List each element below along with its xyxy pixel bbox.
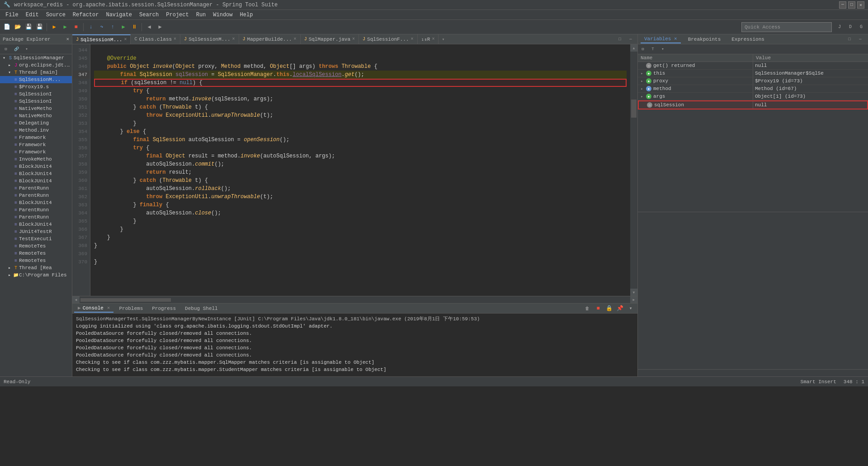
variables-tab[interactable]: Variables ×	[641, 35, 681, 43]
tree-item-frame-22[interactable]: ≡ TestExecuti	[0, 235, 72, 243]
expand-icon-get[interactable]	[640, 63, 644, 68]
tree-item-frame-17[interactable]: ≡ BlockJUnit4	[0, 199, 72, 206]
debug-shell-tab[interactable]: Debug Shell	[181, 305, 222, 312]
var-hscrollbar[interactable]	[638, 369, 868, 376]
toolbar-suspend[interactable]: ⏸	[129, 22, 139, 32]
tree-item-frame-5[interactable]: ≡ NativeMetho	[0, 112, 72, 119]
editor-minimize-btn[interactable]: —	[626, 34, 636, 44]
expressions-tab[interactable]: Expressions	[728, 36, 768, 43]
tree-item-frame-4[interactable]: ≡ NativeMetho	[0, 105, 72, 112]
var-row-proxy[interactable]: ▸ ● proxy $Proxy19 (id=73)	[638, 77, 868, 85]
menu-navigate[interactable]: Navigate	[102, 11, 136, 19]
toolbar-open[interactable]: 📂	[13, 22, 23, 32]
maximize-button[interactable]: □	[848, 1, 855, 9]
tree-item-frame-10[interactable]: ≡ Framework	[0, 148, 72, 156]
editor-tab-overflow[interactable]: ▾	[439, 34, 448, 44]
console-view-menu-btn[interactable]: ▾	[626, 304, 636, 314]
console-clear-btn[interactable]: 🗑	[582, 304, 592, 314]
tree-item-frame-1[interactable]: ≡ $Proxy19.s	[0, 83, 72, 90]
var-row-args[interactable]: ▸ ● args Object[1] (id=73)	[638, 93, 868, 100]
collapse-all-btn[interactable]: ⊟	[1, 44, 11, 54]
var-row-get-returned[interactable]: ○ get() returned null	[638, 62, 868, 70]
expand-icon-proxy[interactable]: ▸	[640, 79, 644, 83]
tab-close-2[interactable]: ×	[232, 37, 235, 42]
editor-tab-4[interactable]: J SqlMapper.java ×	[301, 34, 359, 44]
toolbar-save[interactable]: 💾	[24, 22, 33, 32]
tree-item-frame-23[interactable]: ≡ RemoteTes	[0, 243, 72, 250]
console-pin-btn[interactable]: 📌	[615, 304, 625, 314]
editor-tab-5[interactable]: J SqlSessionF... ×	[359, 34, 417, 44]
tree-item-thread-main[interactable]: ▾ T Thread [main]	[0, 69, 72, 76]
vars-view-menu[interactable]: ▾	[658, 44, 668, 54]
variables-panel-max[interactable]: □	[844, 34, 854, 44]
var-row-sqlsession[interactable]: ○ sqlSession null	[638, 100, 868, 109]
expand-icon-method[interactable]: ▸	[640, 86, 644, 91]
tree-item-frame-6[interactable]: ≡ Delegating	[0, 119, 72, 127]
tree-item-frame-13[interactable]: ≡ BlockJUnit4	[0, 170, 72, 177]
menu-file[interactable]: File	[2, 11, 22, 19]
var-row-this[interactable]: ▸ ● this SqlSessionManager$SqlSe	[638, 70, 868, 77]
scroll-track[interactable]	[631, 52, 637, 288]
scroll-left-arrow[interactable]: ◀	[72, 296, 80, 304]
editor-tab-6[interactable]: ₁₈R ×	[418, 34, 439, 44]
editor-tab-0[interactable]: J SqlSessionM... ×	[72, 34, 131, 44]
tree-item-program-files[interactable]: ▸ 📁 C:\Program Files	[0, 271, 72, 279]
code-content[interactable]: @Override public Object invoke(Object pr…	[90, 44, 630, 296]
tree-item-frame-0[interactable]: ≡ SqlSessionM...	[0, 76, 72, 83]
tab-close-4[interactable]: ×	[352, 37, 355, 42]
editor-tab-2[interactable]: J SqlSessionM... ×	[180, 34, 239, 44]
tree-item-frame-19[interactable]: ≡ ParentRunn	[0, 214, 72, 221]
menu-source[interactable]: Source	[42, 11, 69, 19]
code-scrollbar[interactable]: ▲ ▼	[630, 44, 637, 296]
editor-tab-3[interactable]: J MapperBuilde... ×	[239, 34, 301, 44]
tree-item-frame-7[interactable]: ≡ Method.inv	[0, 127, 72, 134]
tree-item-frame-11[interactable]: ≡ InvokeMetho	[0, 156, 72, 163]
menu-project[interactable]: Project	[162, 11, 192, 19]
link-with-editor-btn[interactable]: 🔗	[11, 44, 21, 54]
toolbar-stop[interactable]: ■	[71, 22, 81, 32]
expand-icon-sqlsession[interactable]	[641, 103, 645, 107]
scroll-thumb[interactable]	[631, 100, 637, 118]
tab-close-3[interactable]: ×	[294, 37, 297, 42]
expand-icon-this[interactable]: ▸	[640, 71, 644, 76]
tree-item-frame-25[interactable]: ≡ RemoteTes	[0, 257, 72, 264]
menu-edit[interactable]: Edit	[22, 11, 42, 19]
tree-item-frame-20[interactable]: ≡ BlockJUnit4	[0, 221, 72, 228]
toolbar-next[interactable]: ▶	[155, 22, 165, 32]
tree-item-frame-9[interactable]: ≡ Framework	[0, 141, 72, 148]
minimize-button[interactable]: ─	[839, 1, 846, 9]
close-button[interactable]: ✕	[857, 1, 864, 9]
expand-icon-args[interactable]: ▸	[640, 94, 644, 99]
view-menu-btn[interactable]: ▾	[22, 44, 32, 54]
collapse-vars-btn[interactable]: ⊟	[638, 44, 648, 54]
console-tab-close[interactable]: ×	[107, 305, 110, 311]
toolbar-step-into[interactable]: ↓	[86, 22, 96, 32]
toolbar-new[interactable]: 📄	[2, 22, 12, 32]
toolbar-prev[interactable]: ◀	[144, 22, 154, 32]
var-row-method[interactable]: ▸ ● method Method (id=67)	[638, 85, 868, 93]
console-scroll-lock-btn[interactable]: 🔒	[604, 304, 614, 314]
scroll-right-arrow[interactable]: ▶	[630, 296, 637, 304]
tree-item-root[interactable]: ▾ S SqlSessionManager	[0, 54, 72, 62]
tree-item-frame-24[interactable]: ≡ RemoteTes	[0, 250, 72, 257]
toolbar-debug[interactable]: ▶	[49, 22, 59, 32]
editor-tab-1[interactable]: C Class.class ×	[131, 34, 180, 44]
menu-refactor[interactable]: Refactor	[69, 11, 103, 19]
package-explorer-close[interactable]: ×	[66, 37, 69, 42]
h-scrollbar[interactable]: ◀ ▶	[72, 296, 637, 303]
quick-access-input[interactable]: Quick Access	[741, 22, 832, 32]
tree-item-frame-2[interactable]: ≡ SqlSessionI	[0, 90, 72, 98]
tree-item-frame-16[interactable]: ≡ ParentRunn	[0, 192, 72, 199]
problems-tab[interactable]: Problems	[115, 305, 146, 312]
menu-help[interactable]: Help	[236, 11, 257, 19]
tree-item-frame-14[interactable]: ≡ BlockJUnit4	[0, 177, 72, 185]
menu-window[interactable]: Window	[209, 11, 236, 19]
toolbar-save-all[interactable]: 💾	[34, 22, 44, 32]
toolbar-perspective-debug[interactable]: D	[845, 22, 855, 32]
progress-tab[interactable]: Progress	[148, 305, 179, 312]
toolbar-step-return[interactable]: ↑	[108, 22, 118, 32]
variables-panel-min[interactable]: —	[855, 34, 865, 44]
tab-close-1[interactable]: ×	[174, 37, 176, 42]
console-tab[interactable]: ▶ Console ×	[74, 304, 113, 313]
toolbar-step-over[interactable]: ↷	[97, 22, 107, 32]
